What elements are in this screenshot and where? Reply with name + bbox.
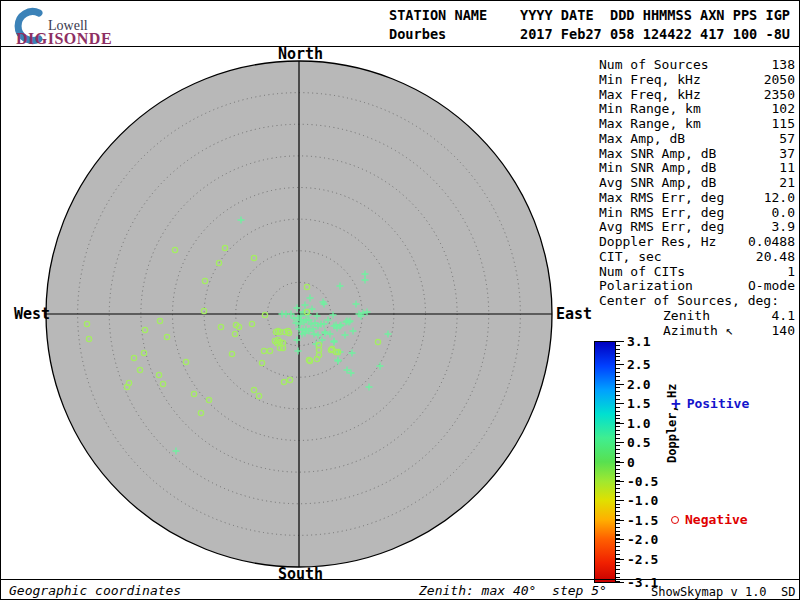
stat-value: 140 <box>772 324 795 339</box>
stat-row: Num of Sources138 <box>599 58 795 73</box>
colorbar-tick <box>616 442 624 443</box>
stat-label: Max RMS Err, deg <box>599 191 724 206</box>
footer-separator <box>1 579 799 580</box>
footer-coordinates-label: Geographic coordinates <box>9 583 181 598</box>
stat-row: PolarizationO-mode <box>599 279 795 294</box>
stat-label: Max Amp, dB <box>599 132 685 147</box>
colorbar-tick-label: 3.1 <box>627 334 650 349</box>
colorbar-tick <box>616 341 624 342</box>
colorbar-tick <box>616 423 624 424</box>
stat-label: Max SNR Amp, dB <box>599 147 716 162</box>
doppler-colorbar <box>594 341 616 583</box>
stat-value: 12.0 <box>764 191 795 206</box>
stat-label: Avg RMS Err, deg <box>599 220 724 235</box>
stat-value: 0.0488 <box>748 235 795 250</box>
colorbar-tick <box>616 462 624 463</box>
compass-south-label: South <box>278 565 323 583</box>
stat-label: Max Range, km <box>599 117 701 132</box>
stat-value: 1 <box>787 265 795 280</box>
stat-value: 2350 <box>764 88 795 103</box>
stat-row: Max SNR Amp, dB37 <box>599 147 795 162</box>
footer-zenith-range-label: Zenith: max 40° step 5° <box>419 583 607 598</box>
compass-west-label: West <box>14 305 50 323</box>
colorbar-tick <box>616 403 624 404</box>
stat-row: Num of CITs1 <box>599 265 795 280</box>
stat-label: Max Freq, kHz <box>599 88 701 103</box>
colorbar-tick-label: 2.0 <box>627 377 650 392</box>
stat-value: 138 <box>772 58 795 73</box>
colorbar-tick-label: -0.5 <box>627 474 658 489</box>
stat-row: Min Range, km102 <box>599 102 795 117</box>
legend-positive-label: Positive <box>687 396 750 411</box>
footer-version-label: ShowSkymap v 1.0 SD v 5.1 <box>651 585 800 599</box>
stat-row: Max RMS Err, deg12.0 <box>599 191 795 206</box>
legend-negative: Negative <box>671 512 748 527</box>
colorbar-tick-label: -1.0 <box>627 493 658 508</box>
stat-row: Center of Sources, deg: <box>599 294 795 309</box>
stat-value: 11 <box>779 161 795 176</box>
colorbar-tick <box>616 520 624 521</box>
stat-value: 115 <box>772 117 795 132</box>
stat-label: Center of Sources, deg: <box>599 294 779 309</box>
stat-value: 3.9 <box>772 220 795 235</box>
colorbar-tick-label: -2.0 <box>627 532 658 547</box>
colorbar-tick-label: 0 <box>627 455 635 470</box>
compass-east-label: East <box>556 305 592 323</box>
colorbar-tick-label: -2.5 <box>627 552 658 567</box>
stat-row: CIT, sec20.48 <box>599 250 795 265</box>
stat-value: 21 <box>779 176 795 191</box>
colorbar-tick-label: 1.5 <box>627 396 650 411</box>
stat-row: Max Amp, dB57 <box>599 132 795 147</box>
stat-row: Zenith4.1 <box>599 309 795 324</box>
showskymap-window: Lowell DIGISONDE STATION NAME YYYY DATE … <box>0 0 800 600</box>
stat-row: Min RMS Err, deg0.0 <box>599 206 795 221</box>
stat-row: Max Freq, kHz2350 <box>599 88 795 103</box>
colorbar-tick <box>616 364 624 365</box>
stat-label: Num of CITs <box>599 265 685 280</box>
colorbar-tick <box>616 384 624 385</box>
colorbar-tick-label: -1.5 <box>627 513 658 528</box>
statistics-panel: Num of Sources138Min Freq, kHz2050Max Fr… <box>599 58 795 338</box>
stat-label: Num of Sources <box>599 58 709 73</box>
stat-row: Min SNR Amp, dB11 <box>599 161 795 176</box>
colorbar-tick-label: 1.0 <box>627 416 650 431</box>
colorbar-tick <box>616 582 624 583</box>
colorbar-tick-label: 2.5 <box>627 357 650 372</box>
stat-value: 102 <box>772 102 795 117</box>
stat-value: 4.1 <box>772 309 795 324</box>
stat-row: Avg RMS Err, deg3.9 <box>599 220 795 235</box>
stat-row: Max Range, km115 <box>599 117 795 132</box>
stat-label: Min SNR Amp, dB <box>599 161 716 176</box>
stat-label: Polarization <box>599 279 693 294</box>
colorbar-tick <box>616 500 624 501</box>
colorbar-tick <box>616 559 624 560</box>
stat-value: 37 <box>779 147 795 162</box>
stat-value: 2050 <box>764 73 795 88</box>
stat-label: Min Range, km <box>599 102 701 117</box>
stat-value: O-mode <box>748 279 795 294</box>
stat-value: 20.48 <box>756 250 795 265</box>
legend-positive: + Positive <box>671 396 749 411</box>
skymap-polar-plot <box>1 1 591 600</box>
stat-value: 0.0 <box>772 206 795 221</box>
compass-north-label: North <box>278 45 323 63</box>
stat-row: Avg SNR Amp, dB21 <box>599 176 795 191</box>
stat-label: Zenith <box>663 309 710 324</box>
stat-label: CIT, sec <box>599 250 662 265</box>
colorbar-tick-label: 0.5 <box>627 435 650 450</box>
stat-row: Doppler Res, Hz0.0488 <box>599 235 795 250</box>
colorbar-tick <box>616 539 624 540</box>
stat-label: Min RMS Err, deg <box>599 206 724 221</box>
stat-row: Min Freq, kHz2050 <box>599 73 795 88</box>
stat-label: Doppler Res, Hz <box>599 235 716 250</box>
stat-value: 57 <box>779 132 795 147</box>
colorbar-tick <box>616 481 624 482</box>
legend-negative-label: Negative <box>685 512 748 527</box>
stat-label: Min Freq, kHz <box>599 73 701 88</box>
plus-marker-icon: + <box>671 399 681 409</box>
stat-label: Avg SNR Amp, dB <box>599 176 716 191</box>
stat-label: Azimuth ↖ <box>663 324 733 339</box>
circle-marker-icon <box>671 516 679 524</box>
